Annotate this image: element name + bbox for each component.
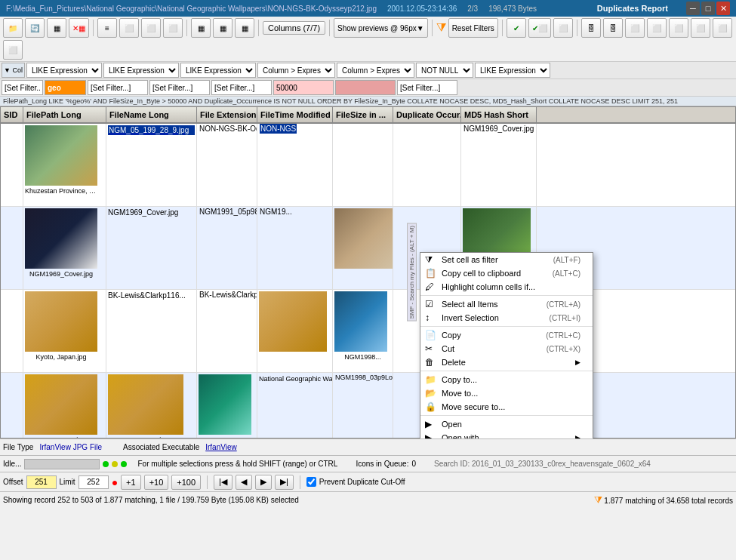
toolbar-btn-grid[interactable]: ▦ <box>47 18 66 38</box>
filter-input-3[interactable] <box>88 80 148 95</box>
table-scroll[interactable]: Khuzestan Province, Iran.jpg NGM_05_199_… <box>1 124 735 438</box>
limit-input[interactable] <box>79 475 109 489</box>
col-dropdown[interactable]: ▼ Col <box>2 63 25 78</box>
toolbar-db6[interactable]: ⬜ <box>691 18 710 38</box>
filter-input-geo[interactable] <box>45 80 86 95</box>
nav-next[interactable]: ▶ <box>255 475 272 490</box>
ctx-set-cell-filter[interactable]: ⧩ Set cell as filter (ALT+F) <box>420 253 593 266</box>
toolbar-btn-6[interactable]: ⬜ <box>119 18 139 38</box>
td-sid-1 <box>1 124 23 206</box>
th-filepath[interactable]: FilePath Long <box>23 107 106 122</box>
filter-input-8[interactable] <box>397 80 457 95</box>
nav-last[interactable]: ▶| <box>275 475 294 490</box>
ctx-invert[interactable]: ↕ Invert Selection (CTRL+I) <box>420 311 593 325</box>
filter-select-5[interactable]: Column > Expres <box>337 63 414 78</box>
filter-select-3[interactable]: LIKE Expression <box>180 63 256 78</box>
filter-input-value[interactable] <box>273 80 334 95</box>
th-sid[interactable]: SID <box>1 107 23 122</box>
td-thumb-2: NGM1969_Cover.jpg <box>23 207 106 290</box>
plus1-button[interactable]: +1 <box>121 475 141 490</box>
th-hash[interactable]: MD5 Hash Short <box>461 107 537 122</box>
delete-arrow-icon: ▶ <box>575 358 580 366</box>
thumb-image-2 <box>25 208 97 269</box>
toolbar-btn-refresh[interactable]: 🔄 <box>25 18 45 38</box>
thumb-label-1: Khuzestan Province, Iran.jpg <box>25 187 97 195</box>
sep5 <box>432 20 433 36</box>
filter-input-7[interactable] <box>335 80 396 95</box>
plus10-button[interactable]: +10 <box>144 475 169 490</box>
prevent-dup-checkbox[interactable] <box>306 477 316 487</box>
ctx-cut[interactable]: ✂ Cut (CTRL+X) <box>420 342 593 355</box>
td-hash-1: NGM1969_Cover.jpg <box>461 124 537 206</box>
toolbar-btn-10[interactable]: ▦ <box>213 18 233 38</box>
ctx-copy-to[interactable]: 📁 Copy to... <box>420 373 593 386</box>
ctx-copy[interactable]: 📄 Copy (CTRL+C) <box>420 328 593 342</box>
toolbar-db8[interactable]: ⬜ <box>3 40 23 60</box>
toolbar-db4[interactable]: ⬜ <box>647 18 667 38</box>
maximize-button[interactable]: □ <box>701 2 715 15</box>
close-button[interactable]: ✕ <box>716 2 730 15</box>
td-filename-3: BK-Lewis&Clarkp116... <box>106 290 197 373</box>
icons-label: Icons in Queue: <box>356 460 408 468</box>
filter-summary-icon: ⧩ <box>594 494 602 506</box>
toolbar-db2[interactable]: 🗄 <box>603 18 623 38</box>
toolbar-btn-8[interactable]: ⬜ <box>163 18 183 38</box>
offset-label: Offset <box>3 478 23 486</box>
ctx-highlight[interactable]: 🖊 Highlight column cells if... <box>420 280 593 294</box>
th-ext-label: File Extension <box>200 110 257 119</box>
td-ext-2: NGM1991_05p98.jpg <box>197 207 257 289</box>
th-time[interactable]: FileTime Modified <box>257 107 333 122</box>
reset-filters-button[interactable]: Reset Filters <box>448 18 498 38</box>
toolbar-db5[interactable]: ⬜ <box>669 18 688 38</box>
toolbar-btn-del[interactable]: ✕▦ <box>69 18 89 38</box>
filter-select-6[interactable]: NOT NULL <box>416 63 473 78</box>
td-sid-3 <box>1 290 23 372</box>
th-size[interactable]: FileSize in ... <box>333 107 393 122</box>
td-thumb-4: 05809_1005.jpg <box>23 373 106 438</box>
toolbar-db3[interactable]: ⬜ <box>625 18 645 38</box>
nav-first[interactable]: |◀ <box>214 475 233 490</box>
toolbar-btn-7[interactable]: ⬜ <box>141 18 161 38</box>
ctx-copy-shortcut: (CTRL+C) <box>546 331 580 340</box>
filter-select-7[interactable]: LIKE Expression <box>475 63 550 78</box>
toolbar-db7[interactable]: ⬜ <box>713 18 732 38</box>
toolbar-btn-9[interactable]: ▦ <box>191 18 211 38</box>
filter-select-2[interactable]: LIKE Expression <box>103 63 179 78</box>
ctx-select-all-label: Select all Items <box>442 300 498 309</box>
th-ext[interactable]: File Extension <box>197 107 257 122</box>
plus100-button[interactable]: +100 <box>171 475 201 490</box>
ctx-delete[interactable]: 🗑 Delete ▶ <box>420 355 593 369</box>
filter-input-row <box>0 79 736 97</box>
highlight-icon: 🖊 <box>425 282 434 292</box>
toolbar-btn-11[interactable]: ▦ <box>235 18 254 38</box>
nav-prev[interactable]: ◀ <box>236 475 252 490</box>
ctx-move-to[interactable]: 📂 Move to... <box>420 386 593 400</box>
filter-input-1[interactable] <box>2 80 43 95</box>
ctx-copy-cell[interactable]: 📋 Copy cell to clipboard (ALT+C) <box>420 266 593 280</box>
th-time-label: FileTime Modified <box>260 110 331 119</box>
toolbar-btn-5[interactable]: ≡ <box>97 18 117 38</box>
filter-select-4[interactable]: Column > Expres <box>257 63 335 78</box>
toolbar-check3[interactable]: ⬜ <box>553 18 573 38</box>
ctx-highlight-label: Highlight column cells if... <box>442 282 535 291</box>
thumb-image-4b <box>108 374 183 435</box>
ctx-open[interactable]: ▶ Open <box>420 417 593 431</box>
toolbar-check2[interactable]: ✔⬜ <box>528 18 551 38</box>
toolbar-btn-1[interactable]: 📁 <box>3 18 23 38</box>
table-row: Kyoto, Japan.jpg BK-Lewis&Clarkp116... B… <box>1 290 735 373</box>
ctx-open-with[interactable]: ▶ Open with... ▶ <box>420 431 593 438</box>
th-dup[interactable]: Duplicate Occur... <box>393 107 461 122</box>
th-filename[interactable]: FileName Long <box>106 107 197 122</box>
toolbar-check1[interactable]: ✔ <box>507 18 526 38</box>
th-filepath-label: FilePath Long <box>26 110 82 119</box>
offset-input[interactable] <box>26 475 57 489</box>
minimize-button[interactable]: ─ <box>686 2 700 15</box>
preview-dropdown[interactable]: Show previews @ 96px ▼ <box>334 18 428 38</box>
toolbar-db1[interactable]: 🗄 <box>581 18 601 38</box>
filter-input-4[interactable] <box>149 80 210 95</box>
reset-filters-label: Reset Filters <box>452 24 494 32</box>
ctx-select-all[interactable]: ☑ Select all Items (CTRL+A) <box>420 297 593 311</box>
filter-input-5[interactable] <box>211 80 272 95</box>
ctx-move-secure[interactable]: 🔒 Move secure to... <box>420 400 593 414</box>
filter-select-1[interactable]: LIKE Expression <box>26 63 102 78</box>
